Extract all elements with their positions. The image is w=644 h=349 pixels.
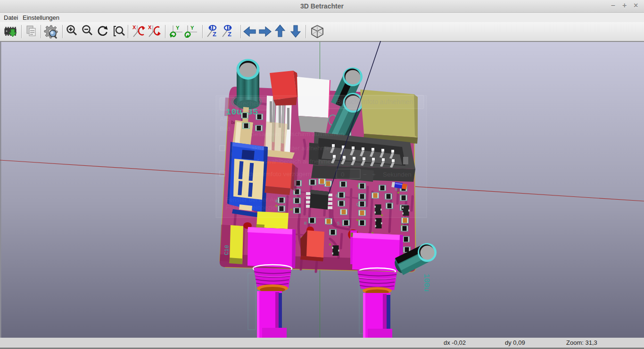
svg-text:Z: Z [213, 31, 216, 38]
svg-text:X: X [148, 24, 152, 30]
svg-text:− + Sekunden: − + Sekunden [363, 171, 412, 178]
svg-text:Y: Y [190, 25, 194, 31]
svg-text:Abbrechen: Abbrechen [229, 100, 261, 107]
svg-text:Bildschirmfoto verzögern: Bildschirmfoto verzögern [241, 170, 312, 178]
svg-text:R: R [304, 221, 307, 226]
svg-text:Feldrand einbeziehen: Feldrand einbeziehen [225, 204, 287, 211]
svg-text:C10: C10 [223, 245, 231, 255]
svg-text:Bild: Bild [220, 125, 231, 132]
svg-text:Gesamten Bildschirm aufnehmen: Gesamten Bildschirm aufnehmen [250, 130, 344, 138]
svg-text:X: X [132, 24, 136, 30]
svg-text:Fenster bei der Aufnahme: Fenster bei der Aufnahme [225, 196, 298, 203]
svg-text:Z: Z [228, 31, 231, 38]
svg-text:0: 0 [341, 171, 345, 178]
svg-text:5: 5 [337, 221, 339, 226]
svg-text:aktuelles Fenster aufnehmen: aktuelles Fenster aufnehmen [251, 145, 333, 152]
svg-text:Y: Y [176, 25, 180, 31]
svg-text:Bildschirmfoto aufnehmen: Bildschirmfoto aufnehmen [337, 98, 413, 106]
svg-text:100u: 100u [422, 274, 430, 292]
svg-text:Auswahlbereich aufnehmen: Auswahlbereich aufnehmen [256, 158, 335, 165]
svg-text:Anz: Anz [220, 115, 231, 122]
